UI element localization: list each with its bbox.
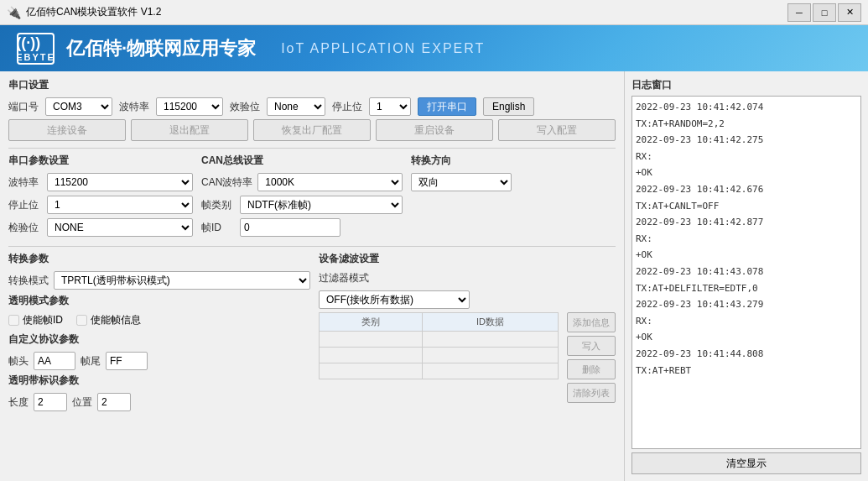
- serial-parity-row: 检验位 NONE: [8, 218, 193, 237]
- can-frame-select[interactable]: NDTF(标准帧): [240, 196, 403, 214]
- delete-filter-button[interactable]: 删除: [567, 359, 616, 379]
- transparent-mark-row: 长度 位置: [8, 393, 310, 411]
- exit-config-button[interactable]: 退出配置: [131, 119, 248, 141]
- enable-frame-info-checkbox[interactable]: [76, 315, 87, 326]
- company-slogan: IoT APPLICATION EXPERT: [281, 41, 485, 56]
- can-id-row: 帧ID: [201, 218, 403, 237]
- company-name: 亿佰特·物联网应用专家: [66, 36, 256, 61]
- can-id-label: 帧ID: [201, 221, 235, 235]
- log-entry: TX:AT+REBT: [636, 363, 857, 379]
- can-params-title: CAN总线设置: [201, 154, 403, 168]
- can-baud-select[interactable]: 1000K: [257, 173, 403, 191]
- enable-frame-id-checkbox[interactable]: [8, 315, 19, 326]
- log-entry: 2022-09-23 10:41:42.275: [636, 133, 857, 148]
- reset-device-button[interactable]: 重启设备: [376, 119, 493, 141]
- port-select[interactable]: COM3: [45, 97, 112, 116]
- app-icon: 🔌: [7, 6, 21, 19]
- convert-mode-select[interactable]: TPRTL(透明带标识模式): [54, 271, 310, 290]
- enable-frame-info-item[interactable]: 使能帧信息: [76, 313, 141, 327]
- port-row: 端口号 COM3 波特率 115200 效验位 None 停止位 1 打开串口 …: [8, 97, 616, 116]
- enable-frame-info-label: 使能帧信息: [91, 313, 141, 327]
- can-frame-row: 帧类别 NDTF(标准帧): [201, 196, 403, 214]
- convert-mode-label: 转换模式: [8, 274, 49, 288]
- clear-log-button[interactable]: 清空显示: [632, 452, 861, 474]
- can-baud-row: CAN波特率 1000K: [201, 173, 403, 191]
- frame-head-input[interactable]: [34, 352, 75, 370]
- log-entry: 2022-09-23 10:41:42.877: [636, 215, 857, 230]
- serial-baud-label: 波特率: [8, 175, 42, 190]
- log-entry: +OK: [636, 165, 857, 180]
- baud-label: 波特率: [119, 100, 149, 114]
- filter-table: 类别 ID数据: [319, 312, 559, 379]
- baud-select[interactable]: 115200: [156, 97, 223, 116]
- log-area[interactable]: 2022-09-23 10:41:42.074TX:AT+RANDOM=2,22…: [632, 96, 861, 449]
- port-label: 端口号: [8, 100, 39, 114]
- log-entry: +OK: [636, 330, 857, 345]
- minimize-button[interactable]: ─: [787, 3, 811, 22]
- frame-tail-input[interactable]: [106, 352, 148, 370]
- wifi-icon: ((·)): [16, 34, 55, 52]
- filter-mode-row: 过滤器模式: [319, 271, 616, 285]
- filter-mode-select[interactable]: OFF(接收所有数据): [319, 290, 470, 309]
- filter-table-wrap: 类别 ID数据: [319, 312, 559, 403]
- convert-dir-select[interactable]: 双向: [411, 173, 512, 191]
- serial-baud-select[interactable]: 115200: [47, 173, 193, 191]
- port-section-title: 串口设置: [8, 78, 616, 92]
- mark-len-input[interactable]: [34, 393, 67, 411]
- serial-stop-select[interactable]: 1: [47, 196, 193, 214]
- serial-parity-select[interactable]: NONE: [47, 218, 193, 237]
- serial-params-section: 串口参数设置 波特率 115200 停止位 1 检验位 NONE: [8, 154, 193, 241]
- custom-proto-row: 帧头 帧尾: [8, 352, 310, 370]
- filter-col-type: 类别: [320, 313, 423, 332]
- port-section: 串口设置 端口号 COM3 波特率 115200 效验位 None 停止位 1 …: [8, 78, 616, 116]
- stop-label: 停止位: [332, 100, 362, 114]
- transparent-param-title: 透明模式参数: [8, 294, 310, 308]
- enable-frame-id-item[interactable]: 使能帧ID: [8, 313, 63, 327]
- log-entry: TX:AT+RANDOM=2,2: [636, 117, 857, 132]
- logo-area: ((·)) EBYTE 亿佰特·物联网应用专家 IoT APPLICATION …: [17, 33, 485, 65]
- app-title: 亿佰特CAN模块设置软件 V1.2: [26, 5, 161, 19]
- filter-col-id: ID数据: [423, 313, 559, 332]
- right-panel: 日志窗口 2022-09-23 10:41:42.074TX:AT+RANDOM…: [625, 71, 868, 481]
- filter-mode-label: 过滤器模式: [319, 271, 369, 285]
- connect-button[interactable]: 连接设备: [8, 119, 126, 141]
- mark-len-label: 长度: [8, 395, 29, 410]
- header-bar: ((·)) EBYTE 亿佰特·物联网应用专家 IoT APPLICATION …: [0, 25, 868, 71]
- convert-params-area: 转换参数 转换模式 TPRTL(透明带标识模式) 透明模式参数 使能帧ID: [8, 252, 310, 415]
- maximize-button[interactable]: □: [813, 3, 836, 22]
- open-port-button[interactable]: 打开串口: [418, 97, 476, 116]
- log-entry: 2022-09-23 10:41:42.074: [636, 100, 857, 115]
- frame-tail-label: 帧尾: [81, 354, 101, 369]
- stop-select[interactable]: 1: [369, 97, 411, 116]
- can-params-section: CAN总线设置 CAN波特率 1000K 帧类别 NDTF(标准帧) 帧ID: [201, 154, 403, 241]
- write-filter-button[interactable]: 写入: [567, 336, 616, 356]
- clear-filter-button[interactable]: 清除列表: [567, 383, 616, 403]
- can-baud-label: CAN波特率: [201, 175, 252, 190]
- language-button[interactable]: English: [483, 97, 534, 116]
- serial-stop-label: 停止位: [8, 198, 42, 212]
- parity-label: 效验位: [230, 100, 260, 114]
- convert-param-title: 转换参数: [8, 252, 310, 266]
- close-button[interactable]: ✕: [838, 3, 861, 22]
- ebyte-label: EBYTE: [16, 52, 55, 62]
- mark-pos-input[interactable]: [97, 393, 131, 411]
- filter-section: 设备滤波设置 过滤器模式 OFF(接收所有数据) 类别: [319, 252, 616, 415]
- can-id-input[interactable]: [240, 218, 340, 237]
- log-entry: RX:: [636, 149, 857, 165]
- serial-baud-row: 波特率 115200: [8, 173, 193, 191]
- convert-mode-row: 转换模式 TPRTL(透明带标识模式): [8, 271, 310, 290]
- parity-select[interactable]: None: [267, 97, 325, 116]
- filter-buttons: 添加信息 写入 删除 清除列表: [567, 312, 616, 403]
- log-entry: 2022-09-23 10:41:43.279: [636, 297, 857, 312]
- write-config-button[interactable]: 写入配置: [498, 119, 616, 141]
- log-entry: 2022-09-23 10:41:42.676: [636, 182, 857, 197]
- transparent-mark-title: 透明带标识参数: [8, 374, 310, 388]
- can-frame-label: 帧类别: [201, 198, 235, 212]
- add-filter-button[interactable]: 添加信息: [567, 312, 616, 332]
- main-content: 串口设置 端口号 COM3 波特率 115200 效验位 None 停止位 1 …: [0, 71, 868, 481]
- serial-stop-row: 停止位 1: [8, 196, 193, 214]
- log-title: 日志窗口: [632, 78, 861, 92]
- convert-dir-title: 转换方向: [411, 154, 520, 168]
- restore-factory-button[interactable]: 恢复出厂配置: [253, 119, 371, 141]
- log-entry: 2022-09-23 10:41:43.078: [636, 264, 857, 280]
